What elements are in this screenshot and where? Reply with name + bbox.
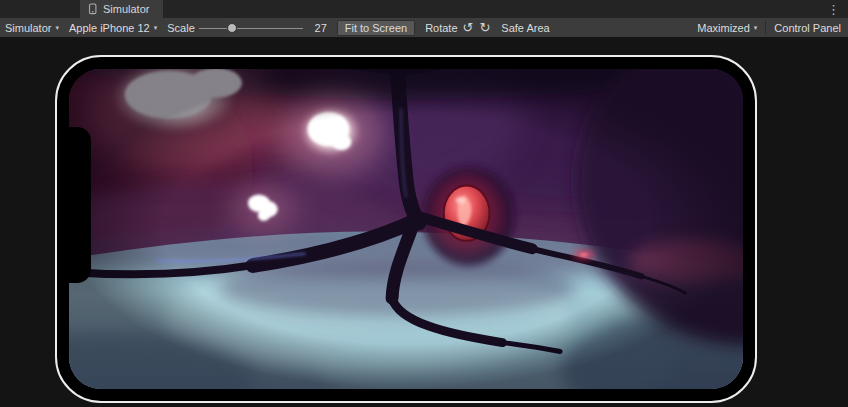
- simulator-dropdown-label: Simulator: [5, 22, 51, 34]
- device-simulator-icon: [87, 3, 98, 15]
- rotate-cw-icon[interactable]: ↻: [478, 21, 491, 34]
- rotate-ccw-icon[interactable]: ↺: [462, 21, 475, 34]
- scale-slider-track[interactable]: [199, 28, 303, 29]
- game-scene-render: [69, 69, 743, 389]
- scale-control: Scale 27: [167, 20, 327, 36]
- toolbar-divider: [765, 21, 766, 34]
- maximized-dropdown-label: Maximized: [697, 22, 750, 34]
- window-menu-icon[interactable]: ⋮: [821, 0, 846, 18]
- simulator-dropdown[interactable]: Simulator ▾: [5, 22, 59, 34]
- fit-to-screen-label: Fit to Screen: [345, 21, 407, 35]
- device-dropdown-label: Apple iPhone 12: [69, 22, 150, 34]
- chevron-down-icon: ▾: [754, 24, 758, 32]
- device-dropdown[interactable]: Apple iPhone 12 ▾: [69, 22, 157, 34]
- tab-label: Simulator: [103, 3, 149, 15]
- safe-area-toggle[interactable]: Safe Area: [501, 22, 549, 34]
- iphone-notch: [69, 127, 91, 283]
- iphone-device-frame: [55, 55, 757, 403]
- simulator-toolbar: Simulator ▾ Apple iPhone 12 ▾ Scale 27 F…: [0, 18, 848, 37]
- rotate-label: Rotate: [425, 22, 457, 34]
- safe-area-label: Safe Area: [501, 22, 549, 34]
- simulator-canvas: [0, 37, 848, 407]
- scale-label: Scale: [167, 22, 195, 34]
- tab-simulator[interactable]: Simulator: [80, 0, 163, 18]
- fit-to-screen-button[interactable]: Fit to Screen: [337, 20, 415, 36]
- chevron-down-icon: ▾: [55, 24, 59, 32]
- chevron-down-icon: ▾: [154, 24, 158, 32]
- tab-strip: Simulator ⋮: [0, 0, 848, 18]
- control-panel-button[interactable]: Control Panel: [774, 22, 841, 34]
- rotate-control: Rotate ↺ ↻: [425, 21, 491, 34]
- scene-vignette: [69, 69, 743, 389]
- maximized-dropdown[interactable]: Maximized ▾: [697, 22, 757, 34]
- control-panel-label: Control Panel: [774, 22, 841, 34]
- scale-slider-thumb[interactable]: [227, 23, 237, 33]
- toolbar-right-group: Maximized ▾ Control Panel: [697, 21, 843, 34]
- scale-slider[interactable]: [199, 20, 303, 36]
- scale-value-field[interactable]: 27: [307, 22, 327, 34]
- device-screen[interactable]: [69, 69, 743, 389]
